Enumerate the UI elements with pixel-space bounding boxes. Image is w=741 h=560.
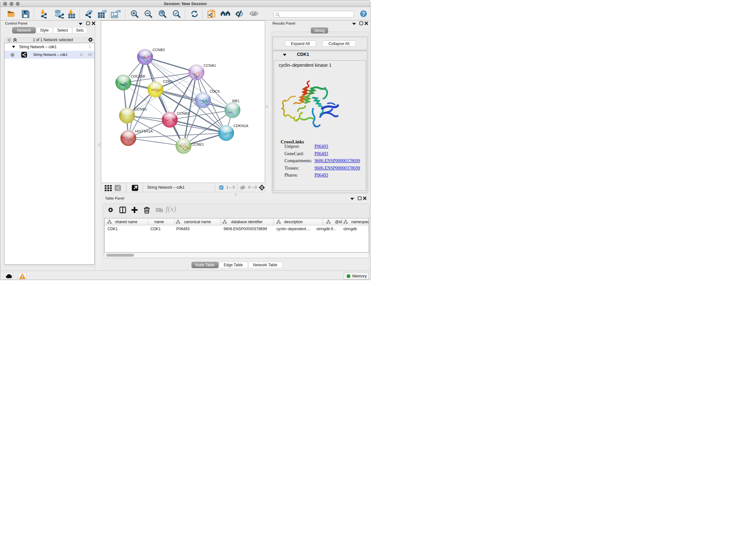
svg-text:CDC6: CDC6: [210, 89, 219, 93]
svg-text:CCNA1: CCNA1: [204, 64, 216, 67]
svg-text:HIST1H1A: HIST1H1A: [135, 129, 153, 133]
svg-text:CDK1: CDK1: [163, 79, 173, 83]
svg-text:?: ?: [362, 11, 365, 17]
svg-text:CCNA2: CCNA2: [177, 111, 189, 115]
svg-text:CCNB2: CCNB2: [152, 48, 165, 52]
svg-text:CDKN1A: CDKN1A: [233, 124, 249, 128]
svg-text:RB1: RB1: [232, 99, 239, 103]
svg-text:CCNE1: CCNE1: [192, 142, 204, 146]
svg-text:CDC25B: CDC25B: [131, 74, 145, 78]
svg-text:CCNB1: CCNB1: [135, 107, 147, 111]
